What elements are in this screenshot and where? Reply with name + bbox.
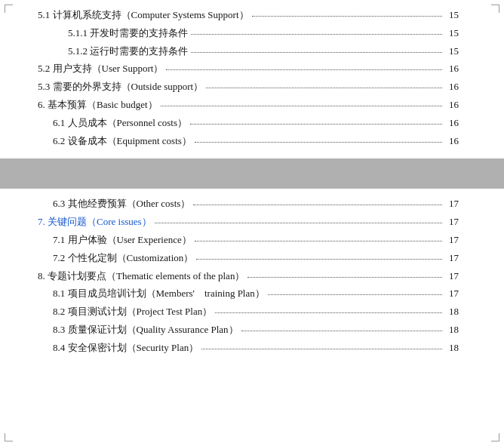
toc-label: 6. 基本预算（Basic budget） [38, 97, 158, 113]
toc-item-7: 7. 关键问题（Core issues）17 [38, 214, 459, 230]
toc-page-number: 17 [445, 214, 459, 230]
toc-item-5-3: 5.3 需要的外界支持（Outside support）16 [38, 79, 459, 95]
toc-label: 6.3 其他经费预算（Other costs） [53, 196, 190, 212]
toc-dots [190, 124, 442, 125]
toc-dots [195, 241, 442, 241]
toc-page-number: 17 [445, 269, 459, 285]
toc-dots [196, 259, 442, 260]
toc-item-5-1.2: 5.1.2 运行时需要的支持条件15 [38, 44, 459, 60]
toc-item-5-2: 5.2 用户支持（User Support）16 [38, 61, 459, 77]
toc-label: 7.2 个性化定制（Customization） [53, 251, 193, 266]
toc-dots [191, 52, 442, 53]
toc-label: 5.1 计算机系统支持（Computer Systems Support） [38, 8, 249, 23]
toc-dots [247, 277, 442, 278]
toc-label: 7.1 用户体验（User Experience） [53, 232, 192, 248]
toc-page-number: 17 [445, 251, 459, 266]
toc-label: 8.1 项目成员培训计划（Members' training Plan） [53, 286, 265, 302]
toc-dots [166, 69, 442, 70]
toc-page-number: 18 [445, 304, 459, 320]
toc-item-7-1: 7.1 用户体验（User Experience）17 [38, 232, 459, 248]
page-container: 5.1 计算机系统支持（Computer Systems Support）155… [0, 0, 504, 446]
toc-page-number: 16 [445, 115, 459, 131]
toc-label: 5.2 用户支持（User Support） [38, 61, 163, 77]
page-separator [0, 158, 504, 189]
toc-item-5-1: 5.1 计算机系统支持（Computer Systems Support）15 [38, 8, 459, 23]
toc-page-number: 16 [445, 134, 459, 149]
toc-item-8-4: 8.4 安全保密计划（Security Plan）18 [38, 340, 459, 356]
toc-page-number: 18 [445, 340, 459, 356]
toc-label: 7. 关键问题（Core issues） [38, 214, 152, 230]
toc-label: 8.2 项目测试计划（Project Test Plan） [53, 304, 212, 320]
toc-dots [268, 294, 442, 295]
toc-item-6: 6. 基本预算（Basic budget）16 [38, 97, 459, 113]
toc-page-number: 16 [445, 61, 459, 77]
toc-page-number: 15 [445, 44, 459, 60]
toc-page-number: 16 [445, 97, 459, 113]
toc-label: 6.2 设备成本（Equipment costs） [53, 134, 192, 149]
toc-dots [206, 88, 442, 88]
toc-dots [155, 223, 442, 223]
toc-item-5-1.1: 5.1.1 开发时需要的支持条件15 [38, 26, 459, 42]
toc-page-number: 17 [445, 196, 459, 212]
toc-label: 8.4 安全保密计划（Security Plan） [53, 340, 198, 356]
toc-dots [193, 205, 442, 205]
page-top: 5.1 计算机系统支持（Computer Systems Support）155… [0, 0, 504, 158]
toc-label: 5.1.1 开发时需要的支持条件 [68, 26, 188, 42]
toc-page-number: 15 [445, 8, 459, 23]
toc-item-7-2: 7.2 个性化定制（Customization）17 [38, 251, 459, 266]
toc-label: 5.1.2 运行时需要的支持条件 [68, 44, 188, 60]
toc-item-8-1: 8.1 项目成员培训计划（Members' training Plan）17 [38, 286, 459, 302]
toc-page-number: 17 [445, 232, 459, 248]
toc-item-8-2: 8.2 项目测试计划（Project Test Plan）18 [38, 304, 459, 320]
toc-label: 8.3 质量保证计划（Quality Assurance Plan） [53, 322, 238, 338]
toc-label: 6.1 人员成本（Personnel costs） [53, 115, 187, 131]
toc-item-8-3: 8.3 质量保证计划（Quality Assurance Plan）18 [38, 322, 459, 338]
toc-page-number: 18 [445, 322, 459, 338]
toc-item-6-2: 6.2 设备成本（Equipment costs）16 [38, 134, 459, 149]
toc-dots [161, 106, 442, 106]
top-toc-section: 5.1 计算机系统支持（Computer Systems Support）155… [38, 8, 459, 149]
toc-page-number: 15 [445, 26, 459, 42]
bottom-toc-section: 6.3 其他经费预算（Other costs）177. 关键问题（Core is… [38, 196, 459, 355]
toc-dots [215, 312, 442, 313]
toc-label: 8. 专题计划要点（Thematic elements of the plan） [38, 269, 244, 285]
toc-dots [252, 16, 442, 17]
page-bottom: 6.3 其他经费预算（Other costs）177. 关键问题（Core is… [0, 189, 504, 446]
toc-item-6-3: 6.3 其他经费预算（Other costs）17 [38, 196, 459, 212]
toc-page-number: 16 [445, 79, 459, 95]
toc-dots [195, 142, 442, 143]
toc-page-number: 17 [445, 286, 459, 302]
toc-item-8: 8. 专题计划要点（Thematic elements of the plan）… [38, 269, 459, 285]
toc-item-6-1: 6.1 人员成本（Personnel costs）16 [38, 115, 459, 131]
toc-label: 5.3 需要的外界支持（Outside support） [38, 79, 203, 95]
toc-dots [201, 349, 442, 349]
toc-dots [241, 331, 442, 331]
toc-dots [191, 34, 442, 35]
